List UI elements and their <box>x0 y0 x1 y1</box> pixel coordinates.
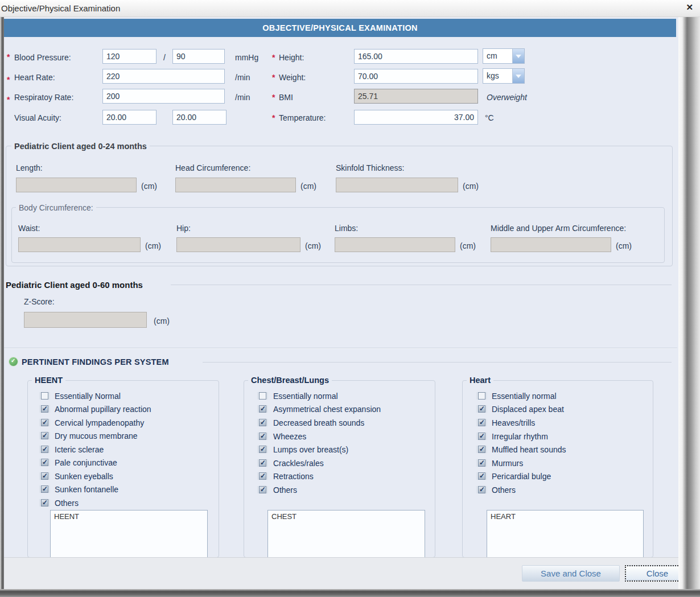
divider <box>203 362 672 363</box>
respiratory-rate-input[interactable] <box>102 89 225 104</box>
weight-unit-combo[interactable]: kgs <box>483 68 525 84</box>
section-header: OBJECTIVE/PHYSICAL EXAMINATION <box>4 19 676 37</box>
zscore-field <box>24 312 147 328</box>
checkbox-label[interactable]: Murmurs <box>492 459 523 468</box>
dialog-window: Objective/Physical Examination ✕ OBJECTI… <box>0 0 700 597</box>
height-unit-value[interactable]: cm <box>483 49 512 63</box>
checkbox-heart-1[interactable] <box>478 405 485 413</box>
required-asterisk: * <box>7 52 10 61</box>
checkbox-label[interactable]: Pale conjunctivae <box>55 458 117 467</box>
heart-rate-input[interactable] <box>102 69 225 84</box>
chevron-down-icon[interactable] <box>512 49 524 63</box>
checkbox-label[interactable]: Others <box>55 499 79 508</box>
head-circumference-label: Head Circumference: <box>175 163 250 172</box>
checkbox-label[interactable]: Decreased breath sounds <box>273 418 364 427</box>
checkbox-label[interactable]: Essentially Normal <box>55 392 121 401</box>
temperature-label: Temperature: <box>279 113 326 122</box>
waist-label: Waist: <box>18 224 40 233</box>
bp-diastolic-input[interactable] <box>172 49 225 64</box>
save-and-close-button[interactable]: Save and Close <box>522 565 620 582</box>
checkbox-heent-4[interactable] <box>41 446 48 453</box>
checkbox-chest-5[interactable] <box>259 459 266 467</box>
checkbox-heent-5[interactable] <box>41 459 48 466</box>
required-asterisk: * <box>272 53 275 62</box>
limbs-label: Limbs: <box>335 224 358 233</box>
bp-systolic-input[interactable] <box>102 49 157 64</box>
checkbox-heart-5[interactable] <box>478 459 485 467</box>
checkbox-heart-7[interactable] <box>478 486 485 493</box>
checkbox-chest-3[interactable] <box>259 433 266 440</box>
checkbox-heart-3[interactable] <box>478 433 485 440</box>
checkbox-chest-7[interactable] <box>259 486 266 493</box>
bmi-status: Overweight <box>487 93 527 102</box>
checkbox-label[interactable]: Retractions <box>273 472 314 481</box>
temperature-input[interactable] <box>354 110 478 125</box>
checkbox-heent-1[interactable] <box>41 405 48 413</box>
checkbox-label[interactable]: Irregular rhythm <box>492 432 548 441</box>
checkbox-label[interactable]: Others <box>492 485 516 495</box>
checkbox-label[interactable]: Wheezes <box>273 432 306 441</box>
checkbox-label[interactable]: Sunken eyeballs <box>55 472 113 481</box>
height-unit-combo[interactable]: cm <box>483 48 525 64</box>
close-icon[interactable]: ✕ <box>686 2 693 13</box>
chest-group-title: Chest/Breast/Lungs <box>248 376 332 385</box>
chevron-down-icon[interactable] <box>512 69 524 83</box>
checkbox-label[interactable]: Abnormal pupillary reaction <box>55 405 151 414</box>
checkbox-label[interactable]: Cervical lympadenopathy <box>55 418 144 427</box>
checkbox-chest-2[interactable] <box>259 419 266 426</box>
checkbox-label[interactable]: Dry mucous membrane <box>55 431 138 440</box>
checkbox-heent-8[interactable] <box>41 499 48 507</box>
skinfold-thickness-label: Skinfold Thickness: <box>336 163 404 172</box>
window-titlebar[interactable]: Objective/Physical Examination ✕ <box>0 0 700 17</box>
checkbox-label[interactable]: Crackles/rales <box>273 459 324 468</box>
length-unit: (cm) <box>141 182 157 191</box>
heent-notes-textarea[interactable]: HEENT <box>50 510 208 558</box>
skinfold-thickness-field <box>336 178 458 192</box>
checkbox-chest-6[interactable] <box>259 472 266 480</box>
checkbox-label[interactable]: Asymmetrical chest expansion <box>273 405 381 414</box>
checkbox-label[interactable]: Muffled heart sounds <box>492 445 566 454</box>
heent-group-title: HEENT <box>32 376 65 385</box>
checkbox-heart-4[interactable] <box>478 446 485 453</box>
divider <box>4 348 677 349</box>
checkbox-heart-6[interactable] <box>478 472 485 480</box>
checkbox-heart-0[interactable] <box>478 392 485 400</box>
chest-notes-textarea[interactable]: CHEST <box>267 510 425 558</box>
checkbox-heent-7[interactable] <box>41 485 48 493</box>
checkbox-heart-2[interactable] <box>478 419 485 426</box>
weight-unit-value[interactable]: kgs <box>483 69 512 83</box>
checkbox-label[interactable]: Essentially normal <box>492 392 557 401</box>
length-field <box>16 178 137 192</box>
bp-unit: mmHg <box>235 53 258 62</box>
checkbox-heent-3[interactable] <box>41 432 48 439</box>
heart-rate-label: Heart Rate: <box>14 73 55 82</box>
heart-notes-textarea[interactable]: HEART <box>487 510 644 558</box>
height-input[interactable] <box>354 49 478 64</box>
checkbox-chest-1[interactable] <box>259 405 266 413</box>
checkbox-label[interactable]: Others <box>273 485 297 495</box>
findings-title: PERTINENT FINDINGS PER SYSTEM <box>22 357 169 367</box>
respiratory-rate-unit: /min <box>235 93 250 102</box>
checkbox-chest-4[interactable] <box>259 446 266 453</box>
length-label: Length: <box>16 163 43 172</box>
checkbox-label[interactable]: Essentially normal <box>273 392 338 401</box>
checkbox-heent-0[interactable] <box>41 392 48 400</box>
body-circumference-group <box>11 207 665 263</box>
visual-acuity-left-input[interactable] <box>102 110 157 125</box>
bmi-field <box>354 89 478 104</box>
checkbox-label[interactable]: Pericardial bulge <box>492 472 551 481</box>
checkbox-label[interactable]: Sunken fontanelle <box>55 485 118 494</box>
weight-input[interactable] <box>354 69 478 84</box>
bp-slash: / <box>163 53 166 62</box>
checkbox-label[interactable]: Displaced apex beat <box>492 405 564 414</box>
checkbox-chest-0[interactable] <box>259 392 266 400</box>
required-asterisk: * <box>272 113 275 122</box>
upper-arm-circumference-label: Middle and Upper Arm Circumference: <box>491 224 626 233</box>
checkbox-label[interactable]: Icteric sclerae <box>55 445 104 454</box>
checkbox-label[interactable]: Lumps over breast(s) <box>273 445 348 454</box>
checkbox-heent-2[interactable] <box>41 419 48 426</box>
visual-acuity-right-input[interactable] <box>172 110 227 125</box>
checkbox-label[interactable]: Heaves/trills <box>492 418 535 427</box>
checkbox-heent-6[interactable] <box>41 472 48 480</box>
heart-rate-unit: /min <box>235 73 250 82</box>
